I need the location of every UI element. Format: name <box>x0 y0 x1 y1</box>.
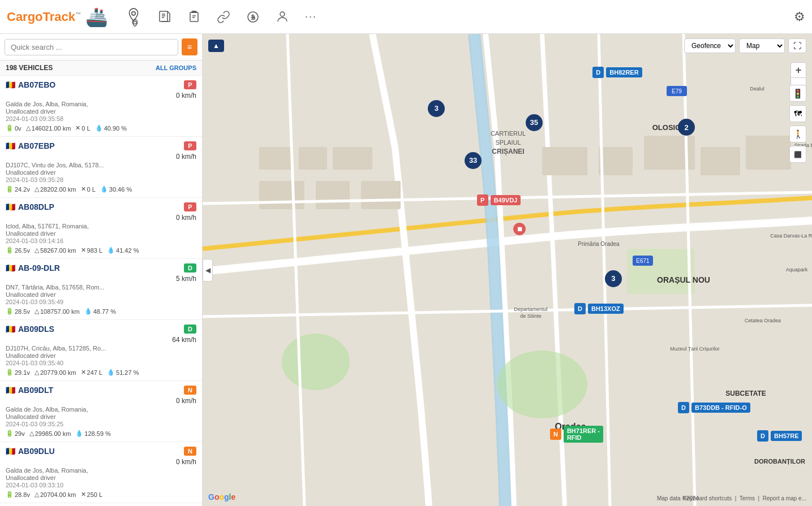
vehicle-top: 🇷🇴 AB-09-DLR D 5 km/h <box>6 263 196 283</box>
nav-person[interactable] <box>276 10 289 24</box>
marker-BH82RER[interactable]: D BH82RER <box>592 67 642 78</box>
svg-text:E671: E671 <box>636 258 650 264</box>
vehicle-flag-name: 🇷🇴 AB09DLU <box>6 447 55 456</box>
vehicle-status-badge: N <box>184 447 196 456</box>
marker-BH13XOZ[interactable]: D BH13XOZ <box>574 303 624 314</box>
collapse-map-button[interactable]: ▲ <box>208 40 224 52</box>
stat-voltage: 🔋 24.2v <box>6 185 30 193</box>
svg-text:CRIȘANEI: CRIȘANEI <box>492 148 524 155</box>
vehicle-item-AB09DLS[interactable]: 🇷🇴 AB09DLS D 64 km/h DJ107H, Cricău, Alb… <box>0 320 202 381</box>
terms-link[interactable]: Terms <box>740 495 755 501</box>
vehicle-flag: 🇷🇴 <box>6 202 15 211</box>
stat-fuel: ✕ 250 L <box>81 491 103 498</box>
battery-icon: 💧 <box>95 124 103 132</box>
stat-mileage: △ 20704.00 km <box>35 491 76 498</box>
vehicle-top: 🇷🇴 AB09DLS D 64 km/h <box>6 325 196 344</box>
stat-voltage: 🔋 29v <box>6 430 25 437</box>
nav-location[interactable] <box>125 7 142 27</box>
vehicle-flag-name: 🇷🇴 AB07EBO <box>6 80 55 89</box>
vehicle-flag-name: 🇷🇴 AB09DLS <box>6 325 54 334</box>
mileage-icon: △ <box>35 246 39 254</box>
cluster-33[interactable]: 33 <box>465 152 482 169</box>
cluster-3b[interactable]: 3 <box>605 270 622 287</box>
filter-button[interactable]: ≡ <box>182 38 197 55</box>
vehicle-driver: Unallocated driver <box>6 169 196 176</box>
pegman-icon[interactable]: 🚶 <box>789 126 806 142</box>
vehicle-address: Iclod, Alba, 517671, Romania, <box>6 223 196 230</box>
layers-icon[interactable]: 🗺 <box>789 105 806 122</box>
settings-icon[interactable]: ⚙ <box>794 10 805 24</box>
marker-BH71RER[interactable]: N BH71RER -RFID <box>550 426 603 443</box>
report-error-link[interactable]: Report a map e... <box>763 495 806 501</box>
keyboard-shortcuts-link[interactable]: Keyboard shortcuts <box>683 495 732 501</box>
traffic-icon[interactable]: 🚦 <box>789 85 806 102</box>
stat-mileage: △ 29985.00 km <box>29 430 71 437</box>
marker-B73DDB[interactable]: D B73DDB - RFID-O <box>678 402 750 413</box>
svg-point-12 <box>280 12 285 16</box>
all-groups-button[interactable]: ALL GROUPS <box>156 64 196 71</box>
svg-rect-23 <box>542 147 587 175</box>
vehicle-time: 2024-01-03 09:14:16 <box>6 237 196 244</box>
geofence-dropdown[interactable]: Geofence <box>684 38 736 53</box>
stat-voltage: 🔋 0v <box>6 124 22 132</box>
stat-battery: 💧 48.77 % <box>84 308 116 315</box>
map-type-dropdown[interactable]: Map Satellite Terrain <box>739 38 785 53</box>
search-input[interactable] <box>5 39 178 55</box>
vehicle-address: DN7, Târtăria, Alba, 517658, Rom... <box>6 284 196 291</box>
voltage-icon: 🔋 <box>6 124 14 132</box>
vehicle-item-AB07EBP[interactable]: 🇷🇴 AB07EBP P 0 km/h DJ107C, Vintu de Jos… <box>0 137 202 198</box>
nav-money[interactable] <box>246 10 260 24</box>
stat-battery: 💧 51.27 % <box>107 369 139 376</box>
sidebar-toggle[interactable]: ◀ <box>203 259 213 282</box>
map-type-select: Map Satellite Terrain <box>739 38 785 53</box>
nav-link[interactable] <box>217 10 230 24</box>
map-area: E79 E671 OLOSIG ORAȘUL NOU Oradea SUBCET… <box>203 34 812 506</box>
vehicle-address: DJ107C, Vintu de Jos, Alba, 5178... <box>6 162 196 168</box>
nav-documents[interactable] <box>158 10 171 24</box>
logo-tm: ™ <box>75 11 81 17</box>
svg-text:Cetatea Oradea: Cetatea Oradea <box>745 318 781 323</box>
vehicle-name: AB09DLU <box>18 447 55 456</box>
sidebar: ≡ 198 VEHICLES ALL GROUPS 🇷🇴 AB07EBO P 0… <box>0 34 203 506</box>
svg-text:CARTIERUL: CARTIERUL <box>491 130 526 137</box>
stat-voltage: 🔋 28.8v <box>6 491 30 498</box>
vehicle-stats: 🔋 28.8v △ 20704.00 km ✕ 250 L <box>6 491 196 498</box>
cluster-3a[interactable]: 3 <box>428 100 445 117</box>
cluster-35[interactable]: 35 <box>526 114 543 131</box>
fullscreen-button[interactable]: ⛶ <box>788 38 806 53</box>
nav-clipboard[interactable] <box>187 10 201 24</box>
vehicle-driver: Unallocated driver <box>6 413 196 420</box>
vehicle-name: AB09DLT <box>18 386 53 395</box>
battery-icon: 💧 <box>75 430 83 437</box>
cluster-2[interactable]: 2 <box>678 119 695 136</box>
vehicle-name: AB07EBO <box>18 80 55 89</box>
vehicle-stats: 🔋 0v △ 146021.00 km ✕ 0 L 💧 40.90 % <box>6 124 196 132</box>
svg-text:E79: E79 <box>672 88 682 94</box>
vehicle-item-AB09DLT[interactable]: 🇷🇴 AB09DLT N 0 km/h Galda de Jos, Alba, … <box>0 381 202 442</box>
vehicle-item-AB08DLP[interactable]: 🇷🇴 AB08DLP P 0 km/h Iclod, Alba, 517671,… <box>0 198 202 259</box>
marker-BH57RE[interactable]: D BH57RE <box>757 430 802 442</box>
fuel-icon: ✕ <box>81 246 86 254</box>
stat-mileage: △ 20779.00 km <box>35 369 76 376</box>
vehicle-item-AB-09-DLR[interactable]: 🇷🇴 AB-09-DLR D 5 km/h DN7, Târtăria, Alb… <box>0 259 202 320</box>
svg-rect-19 <box>333 147 372 170</box>
stat-voltage: 🔋 29.1v <box>6 369 30 376</box>
stat-battery: 💧 128.59 % <box>75 430 110 437</box>
svg-rect-20 <box>259 181 304 209</box>
nav-more[interactable]: ··· <box>305 11 317 23</box>
vehicle-flag: 🇷🇴 <box>6 386 15 395</box>
fuel-icon: ✕ <box>81 185 86 193</box>
voltage-icon: 🔋 <box>6 185 14 193</box>
svg-point-14 <box>497 351 587 418</box>
zoom-in-button[interactable]: + <box>790 62 806 78</box>
vehicle-speed: 0 km/h <box>176 92 196 100</box>
vehicle-stats: 🔋 24.2v △ 28202.00 km ✕ 0 L 💧 30.46 % <box>6 185 196 193</box>
map-side-controls: 🚦 🗺 🚶 ⬛ <box>789 85 806 163</box>
vehicle-item-AB09DLU[interactable]: 🇷🇴 AB09DLU N 0 km/h Galda de Jos, Alba, … <box>0 442 202 503</box>
vehicle-item-AB07EBO[interactable]: 🇷🇴 AB07EBO P 0 km/h Galda de Jos, Alba, … <box>0 76 202 137</box>
scale-icon[interactable]: ⬛ <box>789 146 806 163</box>
stat-mileage: △ 58267.00 km <box>35 246 76 254</box>
marker-B49VDJ[interactable]: P B49VDJ <box>477 194 521 206</box>
stat-mileage: △ 146021.00 km <box>26 124 71 132</box>
stat-fuel: ✕ 983 L <box>81 246 103 254</box>
